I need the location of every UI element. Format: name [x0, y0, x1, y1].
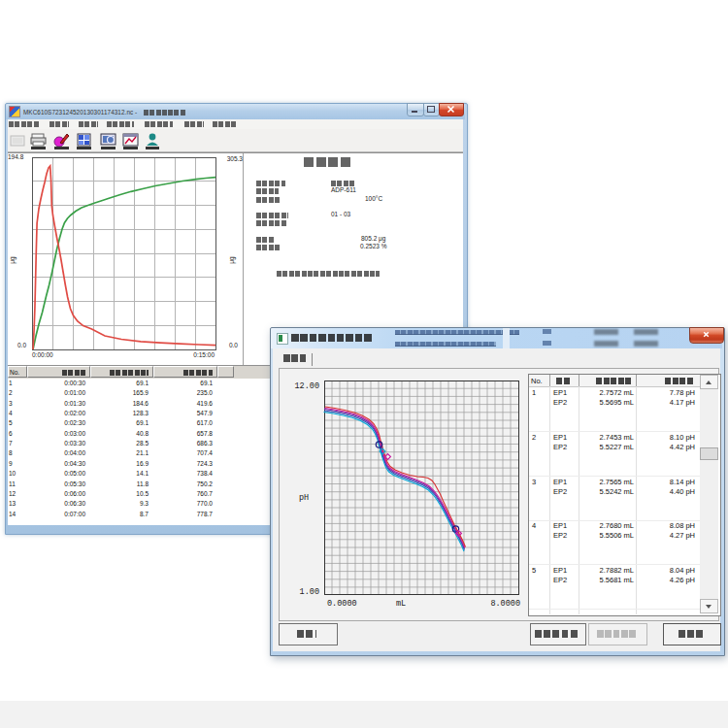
svg-text:0.0: 0.0: [17, 342, 26, 348]
svg-text:0.0000: 0.0000: [327, 599, 357, 609]
svg-text:pH: pH: [299, 493, 309, 503]
svg-text:194.8: 194.8: [8, 153, 24, 160]
svg-text:μg: μg: [228, 256, 236, 264]
svg-text:mL: mL: [396, 599, 406, 609]
svg-text:305.3: 305.3: [227, 155, 244, 162]
svg-text:0:00:00: 0:00:00: [32, 351, 53, 358]
svg-text:1.00: 1.00: [300, 587, 319, 597]
svg-text:0:15:00: 0:15:00: [193, 351, 215, 358]
svg-text:0.0: 0.0: [229, 342, 238, 348]
svg-text:μg: μg: [9, 256, 17, 264]
svg-text:8.0000: 8.0000: [490, 599, 520, 609]
svg-text:12.00: 12.00: [294, 381, 319, 391]
